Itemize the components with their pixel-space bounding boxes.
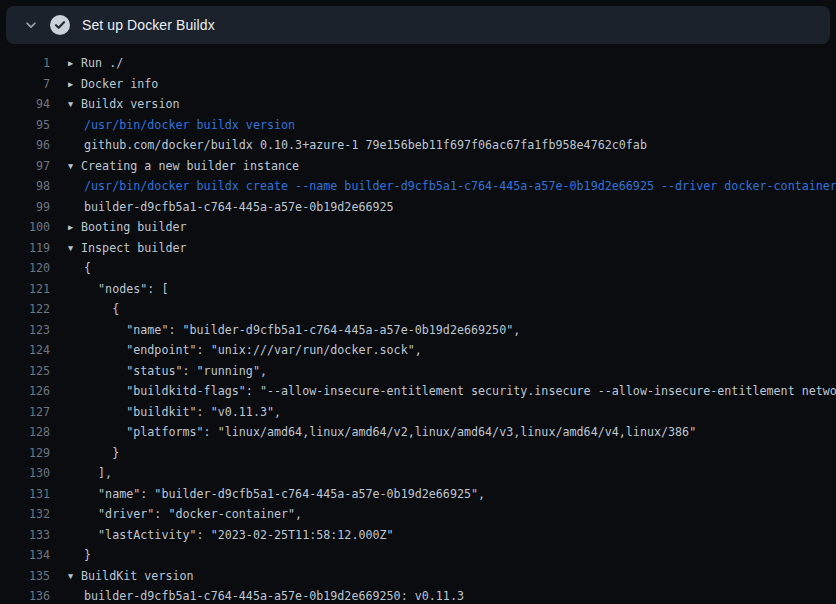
line-number[interactable]: 125 [0,361,50,382]
line-number[interactable]: 126 [0,381,50,402]
line-number[interactable]: 122 [0,299,50,320]
line-text: { [84,302,119,316]
line-text: /usr/bin/docker buildx create --name bui… [84,179,836,193]
log-line: 129 } [0,443,836,464]
log-line: 121 "nodes": [ [0,279,836,300]
log-lines: 1 ▶Run ./ 7 ▶Docker info 94 ▼Buildx vers… [0,44,836,604]
line-text: "status": "running", [84,364,267,378]
log-line[interactable]: 94 ▼Buildx version [0,94,836,115]
line-number[interactable]: 100 [0,217,50,238]
group-chevron-expanded-icon: ▼ [68,566,81,587]
log-line: 131 "name": "builder-d9cfb5a1-c764-445a-… [0,484,836,505]
group-chevron-collapsed-icon: ▶ [68,217,81,238]
line-text: /usr/bin/docker buildx version [84,118,295,132]
line-text: Run ./ [81,56,123,70]
line-text: github.com/docker/buildx 0.10.3+azure-1 … [84,138,647,152]
line-number[interactable]: 129 [0,443,50,464]
line-number[interactable]: 128 [0,422,50,443]
line-number[interactable]: 134 [0,545,50,566]
line-text: Docker info [81,77,158,91]
log-line: 99 builder-d9cfb5a1-c764-445a-a57e-0b19d… [0,197,836,218]
log-line[interactable]: 97 ▼Creating a new builder instance [0,156,836,177]
log-line: 96 github.com/docker/buildx 0.10.3+azure… [0,135,836,156]
log-line: 133 "lastActivity": "2023-02-25T11:58:12… [0,525,836,546]
log-line: 95 /usr/bin/docker buildx version [0,115,836,136]
log-line[interactable]: 119 ▼Inspect builder [0,238,836,259]
line-number[interactable]: 7 [0,74,50,95]
line-number[interactable]: 130 [0,463,50,484]
log-line: 98 /usr/bin/docker buildx create --name … [0,176,836,197]
line-text: Creating a new builder instance [81,159,299,173]
status-success-icon [50,15,70,35]
step-header[interactable]: Set up Docker Buildx [6,6,830,44]
line-text: builder-d9cfb5a1-c764-445a-a57e-0b19d2e6… [84,200,394,214]
log-line: 128 "platforms": "linux/amd64,linux/amd6… [0,422,836,443]
line-number[interactable]: 94 [0,94,50,115]
line-number[interactable]: 136 [0,586,50,604]
line-text: Inspect builder [81,241,187,255]
log-line[interactable]: 7 ▶Docker info [0,74,836,95]
line-text: "name": "builder-d9cfb5a1-c764-445a-a57e… [84,323,520,337]
log-line[interactable]: 135 ▼BuildKit version [0,566,836,587]
log-line: 123 "name": "builder-d9cfb5a1-c764-445a-… [0,320,836,341]
line-text: } [84,548,91,562]
log-line: 120 { [0,258,836,279]
line-number[interactable]: 97 [0,156,50,177]
group-chevron-collapsed-icon: ▶ [68,53,81,74]
line-number[interactable]: 1 [0,53,50,74]
line-text: BuildKit version [81,569,194,583]
line-number[interactable]: 98 [0,176,50,197]
line-number[interactable]: 127 [0,402,50,423]
log-line: 127 "buildkit": "v0.11.3", [0,402,836,423]
line-number[interactable]: 132 [0,504,50,525]
log-line: 130 ], [0,463,836,484]
step-title: Set up Docker Buildx [82,17,215,33]
line-text: "buildkit": "v0.11.3", [84,405,281,419]
line-text: "nodes": [ [84,282,168,296]
log-line[interactable]: 1 ▶Run ./ [0,53,836,74]
collapse-step-button[interactable] [18,12,44,38]
group-chevron-expanded-icon: ▼ [68,94,81,115]
line-number[interactable]: 120 [0,258,50,279]
line-number[interactable]: 96 [0,135,50,156]
line-number[interactable]: 135 [0,566,50,587]
line-text: "driver": "docker-container", [84,507,302,521]
line-text: "platforms": "linux/amd64,linux/amd64/v2… [84,425,696,439]
line-number[interactable]: 124 [0,340,50,361]
line-text: "buildkitd-flags": "--allow-insecure-ent… [84,384,836,398]
line-number[interactable]: 123 [0,320,50,341]
line-text: builder-d9cfb5a1-c764-445a-a57e-0b19d2e6… [84,589,464,603]
log-line: 125 "status": "running", [0,361,836,382]
line-text: "name": "builder-d9cfb5a1-c764-445a-a57e… [84,487,485,501]
line-number[interactable]: 99 [0,197,50,218]
log-line: 134 } [0,545,836,566]
line-number[interactable]: 121 [0,279,50,300]
log-line: 122 { [0,299,836,320]
line-number[interactable]: 131 [0,484,50,505]
log-line: 132 "driver": "docker-container", [0,504,836,525]
chevron-down-icon [24,18,38,32]
log-line[interactable]: 100 ▶Booting builder [0,217,836,238]
log-line: 124 "endpoint": "unix:///var/run/docker.… [0,340,836,361]
line-text: } [84,446,119,460]
line-text: { [84,261,91,275]
line-number[interactable]: 119 [0,238,50,259]
log-line: 136 builder-d9cfb5a1-c764-445a-a57e-0b19… [0,586,836,604]
line-text: Buildx version [81,97,180,111]
group-chevron-collapsed-icon: ▶ [68,74,81,95]
line-text: Booting builder [81,220,187,234]
line-text: "endpoint": "unix:///var/run/docker.sock… [84,343,422,357]
group-chevron-expanded-icon: ▼ [68,156,81,177]
group-chevron-expanded-icon: ▼ [68,238,81,259]
line-number[interactable]: 95 [0,115,50,136]
log-line: 126 "buildkitd-flags": "--allow-insecure… [0,381,836,402]
line-number[interactable]: 133 [0,525,50,546]
line-text: ], [84,466,112,480]
line-text: "lastActivity": "2023-02-25T11:58:12.000… [84,528,394,542]
